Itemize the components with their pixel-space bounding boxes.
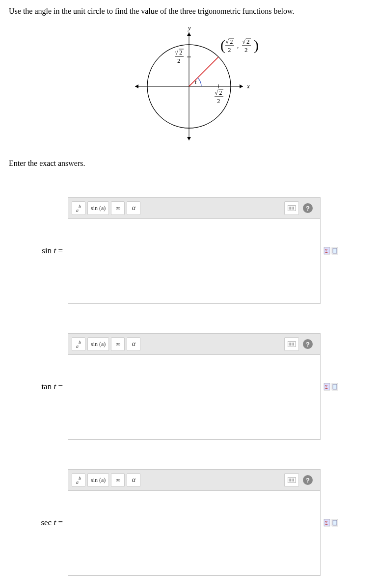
svg-rect-42 xyxy=(288,341,296,347)
y-tick-label: √ 2 2 xyxy=(175,49,184,64)
subinstruction-text: Enter the exact answers. xyxy=(9,159,369,168)
answer-row-tan: tan t = ab sin (a) ∞ α ? xyxy=(9,333,369,440)
svg-rect-50 xyxy=(333,384,337,389)
alpha-button[interactable]: α xyxy=(127,201,140,215)
keyboard-icon xyxy=(288,341,296,347)
help-icon: ? xyxy=(303,339,313,349)
trig-button[interactable]: sin (a) xyxy=(87,473,109,487)
svg-text:2: 2 xyxy=(179,49,183,56)
point-label: ( ) √ 2 2 , √ 2 2 xyxy=(220,37,258,53)
svg-marker-5 xyxy=(187,137,191,140)
svg-text:2: 2 xyxy=(246,38,250,45)
unit-circle-diagram: y x t √ 2 2 √ 2 2 ( xyxy=(9,23,369,147)
answer-input-tan[interactable] xyxy=(68,355,320,437)
keyboard-button[interactable] xyxy=(284,201,299,215)
svg-rect-51 xyxy=(288,477,296,483)
svg-rect-33 xyxy=(288,205,296,211)
svg-rect-41 xyxy=(333,248,337,253)
trig-button[interactable]: sin (a) xyxy=(87,337,109,351)
keyboard-button[interactable] xyxy=(284,337,299,351)
instruction-text: Use the angle in the unit circle to find… xyxy=(9,7,369,16)
help-icon: ? xyxy=(303,203,313,213)
svg-text:2: 2 xyxy=(177,57,181,64)
keyboard-button[interactable] xyxy=(284,473,299,487)
infinity-button[interactable]: ∞ xyxy=(111,337,125,351)
keyboard-icon xyxy=(288,477,296,483)
svg-text:√: √ xyxy=(175,49,179,56)
copy-icon[interactable] xyxy=(331,247,338,255)
keyboard-icon xyxy=(288,205,296,211)
editor-toolbar: ab sin (a) ∞ α ? xyxy=(68,470,320,491)
svg-marker-4 xyxy=(187,32,191,36)
math-editor: ab sin (a) ∞ α ? xyxy=(68,197,321,304)
editor-toolbar: ab sin (a) ∞ α ? xyxy=(68,334,320,355)
infinity-button[interactable]: ∞ xyxy=(111,201,125,215)
svg-text:2: 2 xyxy=(219,89,222,96)
help-icon: ? xyxy=(303,475,313,485)
alpha-button[interactable]: α xyxy=(127,337,140,351)
math-editor: ab sin (a) ∞ α ? xyxy=(68,469,321,576)
svg-line-7 xyxy=(189,57,218,86)
svg-text:√: √ xyxy=(225,38,229,45)
exponent-button[interactable]: ab xyxy=(72,201,85,215)
equation-editor-icon[interactable]: Σ xyxy=(324,247,330,255)
answer-label: tan t = xyxy=(9,382,68,392)
infinity-button[interactable]: ∞ xyxy=(111,473,125,487)
svg-marker-2 xyxy=(240,84,243,88)
angle-label: t xyxy=(195,79,197,85)
svg-marker-3 xyxy=(135,84,138,88)
trig-button[interactable]: sin (a) xyxy=(87,201,109,215)
answer-row-sec: sec t = ab sin (a) ∞ α ? xyxy=(9,469,369,576)
copy-icon[interactable] xyxy=(331,383,338,391)
x-axis-label: x xyxy=(246,82,250,90)
answer-row-sin: sin t = ab sin (a) ∞ α ? xyxy=(9,197,369,304)
help-button[interactable]: ? xyxy=(301,473,315,487)
svg-rect-59 xyxy=(333,520,337,525)
equation-editor-icon[interactable]: Σ xyxy=(324,519,330,527)
svg-text:2: 2 xyxy=(230,38,233,45)
equation-editor-icon[interactable]: Σ xyxy=(324,383,330,391)
answer-input-sin[interactable] xyxy=(68,219,320,301)
answer-input-sec[interactable] xyxy=(68,491,320,573)
svg-text:Σ: Σ xyxy=(325,520,328,526)
math-editor: ab sin (a) ∞ α ? xyxy=(68,333,321,440)
answer-label: sin t = xyxy=(9,246,68,256)
alpha-button[interactable]: α xyxy=(127,473,140,487)
svg-text:(: ( xyxy=(220,37,225,53)
svg-text:,: , xyxy=(237,42,239,49)
answer-label: sec t = xyxy=(9,518,68,528)
copy-icon[interactable] xyxy=(331,519,338,527)
svg-text:2: 2 xyxy=(244,46,248,53)
svg-text:2: 2 xyxy=(228,46,231,53)
y-axis-label: y xyxy=(187,24,191,31)
svg-text:2: 2 xyxy=(217,97,220,105)
svg-text:Σ: Σ xyxy=(325,384,328,390)
exponent-button[interactable]: ab xyxy=(72,473,85,487)
help-button[interactable]: ? xyxy=(301,201,315,215)
help-button[interactable]: ? xyxy=(301,337,315,351)
editor-toolbar: ab sin (a) ∞ α ? xyxy=(68,198,320,219)
svg-text:): ) xyxy=(254,37,258,53)
svg-text:Σ: Σ xyxy=(325,248,328,254)
exponent-button[interactable]: ab xyxy=(72,337,85,351)
svg-text:√: √ xyxy=(215,89,218,96)
x-tick-label: √ 2 2 xyxy=(215,89,223,105)
svg-text:√: √ xyxy=(242,38,246,45)
